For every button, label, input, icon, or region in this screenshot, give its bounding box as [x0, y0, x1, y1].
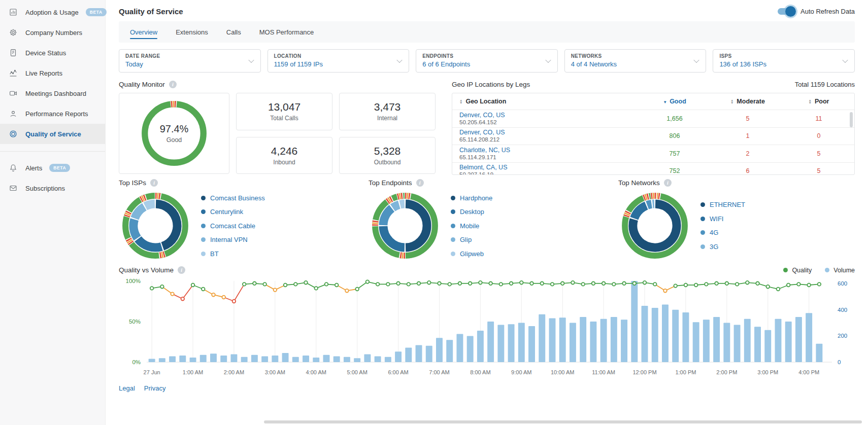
tab-mos-performance[interactable]: MOS Performance: [259, 21, 314, 43]
geo-table: ▲▼Geo Location ▼Good ▲▼Moderate ▲▼Poor D…: [452, 93, 855, 175]
tab-extensions[interactable]: Extensions: [176, 21, 208, 43]
legend-item[interactable]: WIFI: [700, 215, 745, 223]
video-camera-icon: [8, 88, 18, 98]
horizontal-scrollbar[interactable]: [264, 420, 862, 423]
sidebar-item-label: Company Numbers: [25, 29, 82, 37]
sidebar-item-quality-of-service[interactable]: Quality of Service: [0, 124, 105, 144]
info-icon[interactable]: i: [664, 179, 672, 187]
legend-item-quality[interactable]: Quality: [783, 267, 812, 274]
svg-text:27 Jun: 27 Jun: [144, 369, 160, 375]
info-icon[interactable]: i: [416, 179, 424, 187]
legend-item[interactable]: Hardphone: [451, 194, 492, 202]
filter-value: Today: [125, 60, 254, 68]
svg-text:7:00 AM: 7:00 AM: [429, 369, 449, 375]
legend-item-volume[interactable]: Volume: [825, 267, 855, 274]
legend-bullet-icon: [700, 230, 705, 235]
geo-table-sort-location[interactable]: ▲▼Geo Location: [459, 98, 637, 105]
top-endpoints-title: Top Endpoints: [369, 179, 412, 187]
legend-item[interactable]: Comcast Cable: [201, 222, 265, 230]
legend-item[interactable]: 3G: [700, 243, 745, 251]
svg-text:200: 200: [838, 333, 847, 339]
stat-value: 3,473: [374, 101, 401, 113]
geo-table-sort-moderate[interactable]: ▲▼Moderate: [712, 98, 783, 105]
tab-overview[interactable]: Overview: [130, 21, 157, 43]
stat-card-inbound: 4,246 Inbound: [236, 137, 332, 174]
geo-ip: 50.205.64.152: [459, 119, 637, 126]
filter-date-range[interactable]: DATE RANGE Today: [119, 49, 261, 73]
filter-endpoints[interactable]: ENDPOINTS 6 of 6 Endpoints: [416, 49, 558, 73]
legend-item[interactable]: Desktop: [451, 208, 492, 216]
sidebar-item-label: Meetings Dashboard: [25, 90, 86, 97]
legend-item[interactable]: ETHERNET: [700, 201, 745, 208]
svg-text:8:00 AM: 8:00 AM: [470, 369, 490, 375]
legend-item[interactable]: Internal VPN: [201, 236, 265, 243]
legend-item[interactable]: Centurylink: [201, 208, 265, 216]
envelope-icon: [8, 183, 18, 193]
svg-text:4:00 AM: 4:00 AM: [306, 369, 326, 375]
sidebar-item-performance-reports[interactable]: Performance Reports: [0, 103, 105, 124]
info-icon[interactable]: i: [169, 81, 177, 88]
svg-text:2:00 PM: 2:00 PM: [716, 369, 737, 375]
vertical-scrollbar[interactable]: [850, 112, 853, 127]
legend-item[interactable]: Glip: [451, 236, 492, 243]
filter-label: DATE RANGE: [125, 53, 254, 59]
svg-text:100%: 100%: [126, 278, 141, 284]
sidebar-item-company-numbers[interactable]: Company Numbers: [0, 22, 105, 43]
legend-item[interactable]: Comcast Business: [201, 194, 265, 202]
legend-bullet-icon: [451, 237, 455, 242]
filter-label: NETWORKS: [571, 53, 700, 59]
geo-table-sort-poor[interactable]: ▲▼Poor: [783, 98, 854, 105]
device-icon: [8, 48, 18, 58]
sidebar-item-device-status[interactable]: Device Status: [0, 43, 105, 63]
geo-table-sort-good[interactable]: ▼Good: [637, 98, 712, 105]
quality-vs-volume-title: Quality vs Volume: [119, 266, 174, 274]
auto-refresh-control: Auto Refresh Data: [778, 8, 855, 15]
filter-isps[interactable]: ISPS 136 of 136 ISPs: [713, 49, 855, 73]
stat-card-outbound: 5,328 Outbound: [339, 137, 436, 174]
svg-text:3:00 AM: 3:00 AM: [265, 369, 285, 375]
sidebar-item-live-reports[interactable]: Live Reports: [0, 63, 105, 83]
auto-refresh-label: Auto Refresh Data: [800, 8, 855, 15]
geo-location-link[interactable]: Belmont, CA, US: [459, 164, 637, 171]
svg-text:11:00 AM: 11:00 AM: [592, 369, 615, 375]
legal-link[interactable]: Legal: [119, 384, 135, 392]
legend-bullet-icon: [700, 244, 705, 249]
geo-ip: 65.114.208.212: [459, 136, 637, 143]
filter-networks[interactable]: NETWORKS 4 of 4 Networks: [564, 49, 707, 73]
sidebar-item-label: Performance Reports: [25, 110, 88, 118]
tab-calls[interactable]: Calls: [226, 21, 241, 43]
svg-text:10:00 AM: 10:00 AM: [551, 369, 574, 375]
legend-bullet-icon: [201, 252, 206, 256]
geo-location-link[interactable]: Denver, CO, US: [459, 112, 637, 119]
legend-bullet-icon: [201, 209, 206, 214]
filter-value: 4 of 4 Networks: [571, 60, 700, 68]
quality-donut-chart: [138, 97, 210, 169]
geo-location-link[interactable]: Denver, CO, US: [459, 129, 637, 136]
sidebar-item-adoption-usage[interactable]: Adoption & Usage BETA: [0, 2, 105, 22]
sidebar-item-meetings-dashboard[interactable]: Meetings Dashboard: [0, 83, 105, 103]
good-count: 757: [637, 150, 712, 157]
auto-refresh-toggle[interactable]: [778, 8, 794, 15]
sidebar-item-subscriptions[interactable]: Subscriptions: [0, 178, 105, 198]
info-icon[interactable]: i: [178, 266, 185, 274]
svg-text:2:00 AM: 2:00 AM: [224, 369, 244, 375]
top-isps-title: Top ISPs: [119, 179, 146, 187]
legend-bullet-icon: [451, 224, 455, 228]
legend-item[interactable]: Glipweb: [451, 250, 492, 258]
sidebar: Adoption & Usage BETA Company Numbers De…: [0, 0, 106, 425]
poor-count: 11: [783, 115, 854, 122]
legend-item[interactable]: Mobile: [451, 222, 492, 230]
legend-item[interactable]: 4G: [700, 229, 745, 236]
sidebar-item-alerts[interactable]: Alerts BETA: [0, 158, 105, 178]
legend-item[interactable]: BT: [201, 250, 265, 258]
page-header: Quality of Service Auto Refresh Data: [106, 0, 868, 20]
top-networks-donut-chart: [620, 191, 689, 260]
legend-bullet-icon: [700, 217, 705, 221]
privacy-link[interactable]: Privacy: [144, 384, 166, 392]
moderate-count: 5: [712, 115, 783, 122]
info-icon[interactable]: i: [150, 179, 158, 187]
legend-bullet-icon: [451, 196, 455, 200]
filter-location[interactable]: LOCATION 1159 of 1159 IPs: [268, 49, 410, 73]
geo-location-link[interactable]: Charlotte, NC, US: [459, 147, 637, 154]
beta-badge: BETA: [86, 8, 107, 16]
